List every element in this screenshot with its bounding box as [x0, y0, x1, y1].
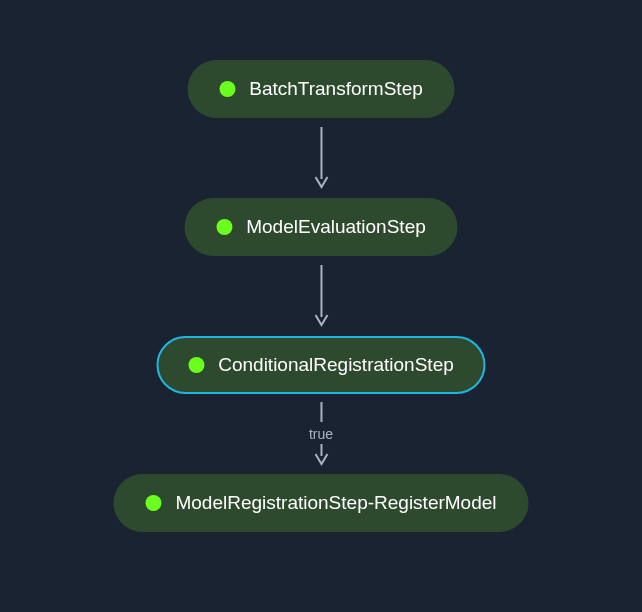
- step-label: ModelRegistrationStep-RegisterModel: [175, 492, 496, 514]
- pipeline-step-selected[interactable]: ConditionalRegistrationStep: [156, 336, 486, 394]
- line-segment-icon: [314, 400, 328, 424]
- status-success-icon: [216, 219, 232, 235]
- pipeline-graph: BatchTransformStep ModelEvaluationStep C…: [113, 60, 528, 532]
- arrow-down-icon: [314, 444, 328, 468]
- pipeline-edge: [314, 256, 328, 336]
- pipeline-step[interactable]: ModelRegistrationStep-RegisterModel: [113, 474, 528, 532]
- step-label: ConditionalRegistrationStep: [218, 354, 454, 376]
- edge-label: true: [309, 426, 333, 442]
- pipeline-edge: true: [309, 394, 333, 474]
- arrow-down-icon: [314, 123, 328, 193]
- pipeline-step[interactable]: ModelEvaluationStep: [184, 198, 458, 256]
- step-label: ModelEvaluationStep: [246, 216, 426, 238]
- status-success-icon: [145, 495, 161, 511]
- pipeline-step[interactable]: BatchTransformStep: [187, 60, 455, 118]
- pipeline-edge: [314, 118, 328, 198]
- arrow-down-icon: [314, 261, 328, 331]
- status-success-icon: [219, 81, 235, 97]
- step-label: BatchTransformStep: [249, 78, 423, 100]
- status-success-icon: [188, 357, 204, 373]
